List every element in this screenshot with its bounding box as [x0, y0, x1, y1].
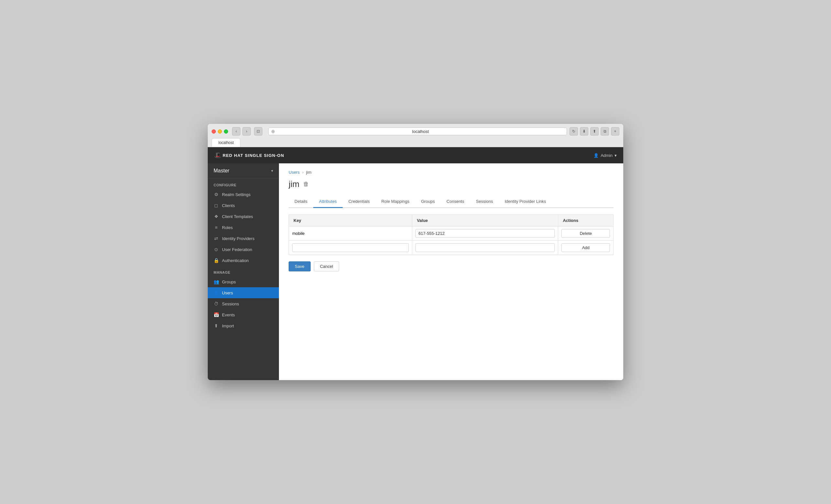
table-row: mobile Delete: [289, 227, 613, 241]
cancel-button[interactable]: Cancel: [314, 261, 339, 271]
col-value-header: Value: [412, 215, 558, 227]
realm-chevron-icon: ▾: [271, 169, 273, 173]
user-menu[interactable]: 👤 Admin ▾: [594, 153, 617, 158]
sidebar-item-sessions[interactable]: ⏱ Sessions: [208, 298, 279, 309]
sidebar-item-label: Users: [222, 291, 233, 295]
page-title-row: jim 🗑: [289, 179, 613, 189]
tab-role-mappings[interactable]: Role Mappings: [375, 196, 415, 208]
breadcrumb-current: jim: [306, 170, 312, 175]
maximize-button[interactable]: [224, 129, 228, 134]
sidebar-item-groups[interactable]: 👥 Groups: [208, 276, 279, 287]
authentication-icon: 🔒: [213, 258, 219, 263]
sidebar-item-label: Realm Settings: [222, 192, 251, 197]
fullscreen-button[interactable]: ⧉: [601, 127, 609, 136]
page-title: jim: [289, 179, 299, 189]
breadcrumb-separator: ›: [302, 170, 304, 175]
tab-identity-provider-links[interactable]: Identity Provider Links: [499, 196, 552, 208]
traffic-lights: [212, 129, 228, 134]
sidebar-item-authentication[interactable]: 🔒 Authentication: [208, 255, 279, 266]
sidebar-item-label: User Federation: [222, 247, 252, 252]
key-value: mobile: [292, 231, 305, 236]
value-input[interactable]: [416, 229, 555, 238]
value-cell: [412, 227, 558, 241]
browser-nav: ‹ ›: [232, 127, 251, 136]
browser-tab[interactable]: localhost: [212, 138, 240, 147]
user-label: Admin: [601, 153, 612, 158]
sidebar-item-label: Events: [222, 313, 235, 317]
col-key-header: Key: [289, 215, 412, 227]
add-attribute-button[interactable]: Add: [562, 243, 610, 252]
sidebar-item-label: Clients: [222, 203, 235, 208]
action-cell: Delete: [558, 227, 613, 241]
refresh-button[interactable]: ↻: [570, 127, 578, 136]
groups-icon: 👥: [213, 279, 219, 284]
delete-user-button[interactable]: 🗑: [303, 181, 309, 188]
save-button[interactable]: Save: [289, 261, 311, 271]
minimize-button[interactable]: [218, 129, 222, 134]
sessions-icon: ⏱: [213, 301, 219, 306]
tab-attributes[interactable]: Attributes: [313, 196, 343, 208]
sidebar-item-clients[interactable]: ◻ Clients: [208, 200, 279, 211]
url-display: localhost: [277, 129, 564, 134]
events-icon: 📅: [213, 312, 219, 317]
roles-icon: ≡: [213, 225, 219, 230]
tab-sessions[interactable]: Sessions: [470, 196, 499, 208]
sidebar: Master ▾ Configure ⚙ Realm Settings ◻ Cl…: [208, 164, 279, 380]
top-nav: 🎩 RED HAT SINGLE SIGN-ON 👤 Admin ▾: [208, 147, 623, 164]
col-actions-header: Actions: [558, 215, 613, 227]
share-button[interactable]: ⬆: [590, 127, 599, 136]
tab-consents[interactable]: Consents: [441, 196, 470, 208]
users-icon: 👤: [213, 290, 219, 295]
tab-details[interactable]: Details: [289, 196, 313, 208]
breadcrumb-users-link[interactable]: Users: [289, 170, 299, 175]
brand: 🎩 RED HAT SINGLE SIGN-ON: [214, 152, 284, 159]
sidebar-item-label: Import: [222, 324, 234, 328]
delete-attribute-button[interactable]: Delete: [562, 229, 610, 238]
import-icon: ⬆: [213, 323, 219, 328]
forward-button[interactable]: ›: [242, 127, 251, 136]
sidebar-toggle-button[interactable]: ⊡: [254, 127, 262, 136]
new-key-input[interactable]: [292, 243, 409, 252]
sidebar-item-import[interactable]: ⬆ Import: [208, 320, 279, 331]
tabs: Details Attributes Credentials Role Mapp…: [289, 196, 613, 208]
address-bar[interactable]: ⊕ localhost: [268, 127, 567, 135]
realm-label: Master: [213, 168, 229, 174]
brand-text: RED HAT SINGLE SIGN-ON: [223, 153, 284, 158]
browser-actions: ↻ ⬇ ⬆ ⧉ +: [570, 127, 619, 136]
key-cell: mobile: [289, 227, 412, 241]
add-tab-icon: ⊕: [271, 129, 275, 134]
attributes-table: Key Value Actions mobile: [289, 214, 613, 255]
sidebar-item-label: Authentication: [222, 258, 249, 263]
realm-selector[interactable]: Master ▾: [208, 164, 279, 179]
new-action-cell: Add: [558, 241, 613, 255]
breadcrumb: Users › jim: [289, 170, 613, 175]
new-row: Add: [289, 241, 613, 255]
user-menu-chevron: ▾: [614, 153, 617, 158]
sidebar-item-users[interactable]: 👤 Users: [208, 287, 279, 298]
sidebar-item-label: Roles: [222, 225, 233, 230]
sidebar-item-label: Identity Providers: [222, 236, 254, 241]
new-tab-button[interactable]: +: [611, 127, 619, 136]
sidebar-item-identity-providers[interactable]: ⇄ Identity Providers: [208, 233, 279, 244]
close-button[interactable]: [212, 129, 216, 134]
identity-providers-icon: ⇄: [213, 236, 219, 241]
new-value-input[interactable]: [416, 243, 555, 252]
sidebar-item-label: Sessions: [222, 301, 239, 306]
sidebar-item-realm-settings[interactable]: ⚙ Realm Settings: [208, 189, 279, 200]
tab-credentials[interactable]: Credentials: [343, 196, 376, 208]
sidebar-item-events[interactable]: 📅 Events: [208, 309, 279, 320]
back-button[interactable]: ‹: [232, 127, 240, 136]
sidebar-item-roles[interactable]: ≡ Roles: [208, 222, 279, 233]
new-key-cell: [289, 241, 412, 255]
manage-section-label: Manage: [208, 266, 279, 276]
download-button[interactable]: ⬇: [580, 127, 588, 136]
sidebar-item-label: Groups: [222, 279, 236, 284]
realm-settings-icon: ⚙: [213, 192, 219, 197]
main-content: Users › jim jim 🗑 Details Attributes Cre…: [279, 164, 623, 380]
tab-groups[interactable]: Groups: [415, 196, 441, 208]
form-actions: Save Cancel: [289, 261, 613, 271]
sidebar-item-client-templates[interactable]: ❖ Client Templates: [208, 211, 279, 222]
sidebar-item-user-federation[interactable]: ⊙ User Federation: [208, 244, 279, 255]
brand-hat-icon: 🎩: [214, 152, 221, 159]
user-federation-icon: ⊙: [213, 247, 219, 252]
